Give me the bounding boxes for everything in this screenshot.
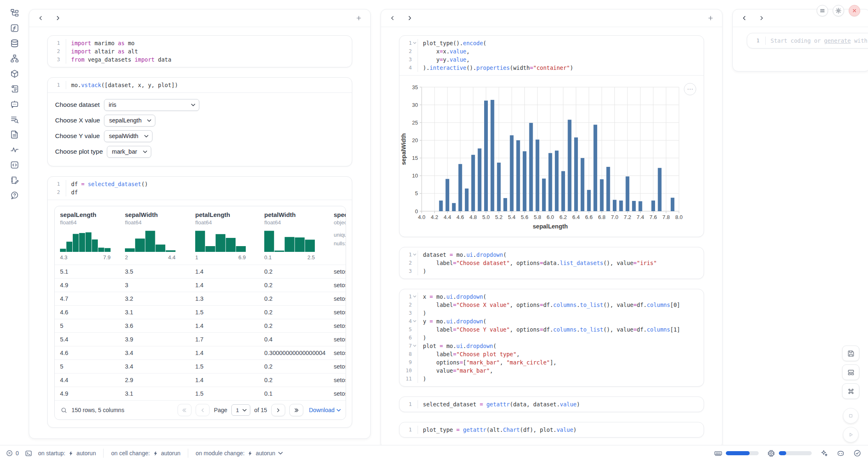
table-footer: 150 rows, 5 columns Page 1 bbox=[55, 400, 346, 420]
code-editor[interactable]: 1plot_type = getattr(alt.Chart(df), plot… bbox=[399, 422, 704, 437]
svg-text:6.2: 6.2 bbox=[559, 214, 567, 220]
separator bbox=[188, 449, 188, 458]
table-row[interactable]: 53.61.40.2setos bbox=[55, 319, 346, 332]
notes-edit-icon[interactable] bbox=[9, 175, 19, 185]
memory-usage-bar bbox=[726, 451, 759, 455]
code-editor[interactable]: 1mo.vstack([dataset, x, y, plot]) bbox=[48, 78, 352, 92]
save-button[interactable] bbox=[842, 346, 859, 361]
table-row[interactable]: 53.41.50.2setos bbox=[55, 360, 346, 373]
column-header-sepalLength[interactable]: sepalLengthfloat644.37.9 bbox=[55, 211, 120, 265]
control-label: Choose X value bbox=[55, 117, 100, 124]
run-all-button[interactable] bbox=[843, 427, 859, 443]
choose-y-value-select[interactable]: sepalWidth bbox=[104, 130, 152, 142]
svg-text:6.0: 6.0 bbox=[547, 214, 554, 220]
mode-label: on cell change: bbox=[111, 450, 150, 456]
snippets-icon[interactable] bbox=[9, 130, 19, 139]
table-row[interactable]: 5.43.91.70.4setos bbox=[55, 332, 346, 346]
chart-actions-button[interactable]: ⋯ bbox=[684, 83, 696, 95]
on-module-change-mode-toggle[interactable]: on module change: autorun bbox=[196, 450, 283, 456]
left-column-header bbox=[29, 9, 370, 27]
sidebar bbox=[0, 0, 29, 200]
connection-status-button[interactable] bbox=[853, 449, 861, 457]
functions-icon[interactable] bbox=[9, 23, 19, 33]
control-label: Choose Y value bbox=[55, 132, 100, 140]
scratchpad-icon[interactable] bbox=[9, 160, 19, 170]
download-button[interactable]: Download bbox=[309, 407, 341, 413]
table-row[interactable]: 4.931.40.2setos bbox=[55, 278, 346, 292]
table-row[interactable]: 5.13.51.40.2setos bbox=[55, 265, 346, 278]
table-row[interactable]: 4.63.41.40.30000000000000004setos bbox=[55, 346, 346, 360]
on-startup-mode-toggle[interactable]: on startup: autorun bbox=[38, 450, 96, 456]
datasources-icon[interactable] bbox=[9, 39, 19, 48]
code-editor[interactable]: 1x = mo.ui.dropdown(2 label="Choose X va… bbox=[399, 289, 704, 386]
code-editor[interactable]: 1Start coding or generate with bbox=[747, 33, 868, 48]
table-row[interactable]: 4.63.11.50.2setos bbox=[55, 305, 346, 319]
next-page-button[interactable] bbox=[271, 404, 285, 416]
notebook-columns: 1import marimo as mo2import altair as al… bbox=[29, 9, 868, 449]
column-header-petalWidth[interactable]: petalWidthfloat640.12.5 bbox=[259, 211, 328, 265]
file-tree-icon[interactable] bbox=[9, 8, 19, 18]
choose-x-value-select[interactable]: sepalLength bbox=[104, 115, 155, 127]
keyboard-shortcuts-button[interactable] bbox=[842, 383, 859, 399]
code-editor[interactable]: 1plot_type().encode(2 x=x.value,3 y=y.va… bbox=[399, 36, 704, 75]
next-column-button[interactable] bbox=[54, 14, 62, 22]
prev-page-button[interactable] bbox=[196, 404, 210, 416]
panel-layout-button[interactable] bbox=[842, 364, 859, 380]
page-select[interactable]: 1 bbox=[231, 404, 250, 416]
shutdown-close-button[interactable] bbox=[849, 5, 860, 16]
help-icon[interactable] bbox=[9, 191, 19, 200]
table-row[interactable]: 4.93.11.50.1setos bbox=[55, 387, 346, 400]
dropdown-controls: Choose datasetirisChoose X valuesepalLen… bbox=[48, 93, 352, 166]
plot-type-cell: 1plot_type = getattr(alt.Chart(df), plot… bbox=[399, 422, 704, 438]
add-cell-button[interactable] bbox=[706, 14, 715, 22]
sepal-bar-chart[interactable]: 051015202530354.04.24.44.64.85.05.25.45.… bbox=[399, 77, 704, 234]
column-header-petalLength[interactable]: petalLengthfloat6416.9 bbox=[190, 211, 259, 265]
svg-text:4.4: 4.4 bbox=[444, 214, 451, 220]
next-column-button[interactable] bbox=[757, 14, 766, 22]
column-header-sepalWidth[interactable]: sepalWidthfloat6424.4 bbox=[120, 211, 190, 265]
menu-button[interactable] bbox=[817, 5, 828, 16]
code-editor[interactable]: 1df = selected_dataset()2df bbox=[48, 177, 352, 200]
table-row[interactable]: 4.42.91.40.2setos bbox=[55, 373, 346, 387]
prev-column-button[interactable] bbox=[388, 14, 397, 22]
choose-plot-type-select[interactable]: mark_bar bbox=[107, 146, 151, 158]
error-count-badge[interactable]: 0 bbox=[6, 449, 19, 457]
add-cell-button[interactable] bbox=[355, 14, 363, 22]
copilot-button[interactable] bbox=[836, 449, 845, 458]
code-editor[interactable]: 1selected_dataset = getattr(data, datase… bbox=[399, 397, 704, 412]
logs-icon[interactable] bbox=[9, 84, 19, 94]
code-editor[interactable]: 1import marimo as mo2import altair as al… bbox=[48, 36, 352, 67]
first-page-button[interactable] bbox=[178, 404, 192, 416]
memory-usage bbox=[714, 449, 759, 458]
packages-icon[interactable] bbox=[9, 69, 19, 78]
ai-sparkles-button[interactable] bbox=[820, 449, 828, 457]
mode-value: autorun bbox=[256, 450, 275, 456]
prev-column-button[interactable] bbox=[37, 14, 45, 22]
middle-column-header bbox=[381, 9, 722, 27]
terminal-button[interactable] bbox=[25, 449, 32, 457]
column-header-speci[interactable]: speciobjecuniqunulls: bbox=[328, 211, 346, 265]
prev-column-button[interactable] bbox=[740, 14, 748, 22]
ram-icon bbox=[714, 449, 723, 458]
page-select-value: 1 bbox=[236, 407, 239, 413]
settings-gear-button[interactable] bbox=[833, 5, 844, 16]
svg-text:25: 25 bbox=[412, 120, 418, 126]
dependency-graph-icon[interactable] bbox=[9, 54, 19, 63]
code-editor[interactable]: 1dataset = mo.ui.dropdown(2 label="Choos… bbox=[399, 247, 704, 279]
column-histogram bbox=[60, 230, 120, 252]
tracing-icon[interactable] bbox=[9, 145, 19, 154]
lightning-icon bbox=[247, 450, 253, 456]
on-cell-change-mode-toggle[interactable]: on cell change: autorun bbox=[111, 450, 180, 456]
stop-execution-button[interactable] bbox=[843, 408, 859, 424]
choose-dataset-select[interactable]: iris bbox=[104, 99, 199, 111]
page-count-label: of 15 bbox=[254, 407, 267, 413]
last-page-button[interactable] bbox=[289, 404, 303, 416]
dataframe-table: sepalLengthfloat644.37.9sepalWidthfloat6… bbox=[54, 206, 346, 420]
control-label: Choose plot type bbox=[55, 148, 103, 155]
table-search-button[interactable] bbox=[60, 407, 67, 414]
outline-search-icon[interactable] bbox=[9, 115, 19, 124]
table-row[interactable]: 4.73.21.30.2setos bbox=[55, 292, 346, 305]
ai-chat-icon[interactable] bbox=[9, 99, 19, 109]
next-column-button[interactable] bbox=[406, 14, 414, 22]
table-body: 5.13.51.40.2setos4.931.40.2setos4.73.21.… bbox=[55, 265, 346, 400]
